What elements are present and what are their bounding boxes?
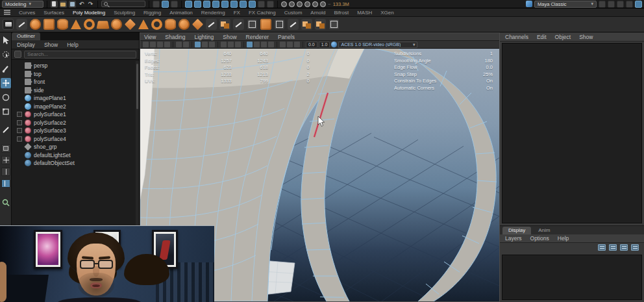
soft-select-icon[interactable] bbox=[249, 1, 256, 8]
highlight-selection-icon[interactable] bbox=[267, 1, 274, 8]
outliner-tab[interactable]: Outliner bbox=[12, 32, 40, 40]
render-icon[interactable] bbox=[281, 1, 287, 7]
outliner-item-polysurface2[interactable]: polySurface2 bbox=[12, 119, 139, 127]
extrude-icon[interactable] bbox=[288, 19, 299, 30]
character-controls-icon[interactable] bbox=[608, 1, 615, 8]
expand-toggle[interactable] bbox=[17, 120, 22, 125]
grid-toggle-icon[interactable] bbox=[280, 42, 286, 47]
channel-box-menu-object[interactable]: Object bbox=[555, 34, 571, 40]
xray-icon[interactable] bbox=[254, 42, 260, 47]
new-empty-layer-icon[interactable] bbox=[609, 244, 617, 251]
shelf-tab-bifrost[interactable]: Bifrost bbox=[334, 10, 349, 16]
outliner-item-persp[interactable]: persp bbox=[12, 62, 139, 70]
four-pane-layout[interactable] bbox=[1, 156, 10, 164]
shelf-tab-arnold[interactable]: Arnold bbox=[310, 10, 325, 16]
snap-curve-icon[interactable] bbox=[194, 1, 201, 8]
attribute-editor-icon[interactable] bbox=[617, 1, 624, 8]
shelf-tab-surfaces[interactable]: Surfaces bbox=[43, 10, 64, 16]
tool-settings-icon[interactable] bbox=[626, 1, 633, 8]
outliner-item-imageplane2[interactable]: imagePlane2 bbox=[12, 103, 139, 111]
2d-pan-zoom-icon[interactable] bbox=[183, 42, 189, 47]
outliner-menu-help[interactable]: Help bbox=[67, 42, 78, 48]
selection-filter-field[interactable] bbox=[101, 1, 145, 7]
channel-box-menu-edit[interactable]: Edit bbox=[537, 34, 547, 40]
shelf-editor-icon[interactable] bbox=[3, 19, 14, 30]
target-weld-icon[interactable] bbox=[247, 19, 258, 30]
use-all-lights-icon[interactable] bbox=[221, 42, 227, 47]
shelf-tab-curves[interactable]: Curves bbox=[19, 10, 35, 16]
outliner-menu-display[interactable]: Display bbox=[17, 42, 35, 48]
select-component-icon[interactable] bbox=[171, 1, 178, 8]
outliner-persp-layout[interactable] bbox=[1, 179, 10, 188]
render-view-icon[interactable] bbox=[312, 1, 318, 7]
new-layer-from-selected-icon[interactable] bbox=[620, 244, 628, 251]
new-scene-icon[interactable] bbox=[51, 1, 58, 8]
two-pane-layout[interactable] bbox=[1, 168, 10, 176]
snap-point-icon[interactable] bbox=[203, 1, 210, 8]
poly-disc-icon[interactable] bbox=[111, 19, 122, 30]
scale-tool[interactable] bbox=[1, 107, 11, 117]
poly-cube-icon[interactable] bbox=[43, 19, 55, 30]
select-hierarchy-icon[interactable] bbox=[153, 1, 160, 8]
bridge-icon[interactable] bbox=[274, 19, 285, 30]
construction-history-icon[interactable] bbox=[258, 1, 265, 8]
lock-camera-icon[interactable] bbox=[150, 42, 156, 47]
select-tool[interactable] bbox=[1, 35, 11, 45]
outliner-item-group[interactable]: shoe_grp bbox=[12, 143, 139, 151]
wireframe-icon[interactable] bbox=[195, 42, 201, 47]
film-gate-icon[interactable] bbox=[287, 42, 293, 47]
resolution-gate-icon[interactable] bbox=[294, 42, 300, 47]
hypershade-icon[interactable] bbox=[304, 1, 310, 7]
outliner-search-input[interactable] bbox=[24, 51, 136, 58]
layer-menu-help[interactable]: Help bbox=[558, 235, 569, 242]
gamma-field[interactable]: 1.0 bbox=[319, 42, 330, 48]
exposure-field[interactable]: 0.0 bbox=[306, 42, 317, 48]
shelf-tab-rigging[interactable]: Rigging bbox=[143, 10, 161, 16]
outliner-item-side[interactable]: side bbox=[12, 86, 139, 95]
select-camera-icon[interactable] bbox=[143, 42, 149, 47]
bevel-icon[interactable] bbox=[260, 19, 271, 30]
quad-draw-icon[interactable] bbox=[16, 19, 27, 30]
poly-pyramid-icon[interactable] bbox=[138, 19, 149, 29]
new-anim-layer-icon[interactable] bbox=[631, 244, 639, 251]
poly-cylinder-icon[interactable] bbox=[57, 19, 68, 30]
expand-toggle[interactable] bbox=[17, 128, 22, 133]
make-live-icon[interactable] bbox=[230, 1, 238, 8]
modeling-toolkit-icon[interactable] bbox=[599, 1, 606, 8]
wireframe-on-shaded-icon[interactable] bbox=[247, 42, 253, 47]
zoom-tool-icon[interactable] bbox=[1, 197, 11, 208]
outliner-item-polysurface4[interactable]: polySurface4 bbox=[12, 135, 139, 144]
sculpt-brush-icon[interactable] bbox=[206, 19, 217, 30]
isolate-select-icon[interactable] bbox=[268, 42, 274, 47]
layer-tab-anim[interactable]: Anim bbox=[532, 227, 556, 234]
light-editor-icon[interactable] bbox=[320, 1, 326, 7]
outliner-item-defaultlightset[interactable]: defaultLightSet bbox=[12, 151, 139, 160]
paint-select-tool[interactable] bbox=[1, 64, 11, 74]
layer-list[interactable] bbox=[502, 255, 642, 300]
ipr-render-icon[interactable] bbox=[289, 1, 295, 7]
shaded-icon[interactable] bbox=[202, 42, 208, 47]
layer-menu-layers[interactable]: Layers bbox=[505, 235, 522, 242]
shelf-tab-fx-caching[interactable]: FX Caching bbox=[249, 10, 276, 16]
single-pane-layout[interactable] bbox=[1, 144, 10, 153]
panel-menu-shading[interactable]: Shading bbox=[165, 34, 185, 40]
poly-gear-icon[interactable] bbox=[179, 19, 190, 30]
boolean-union-icon[interactable] bbox=[219, 19, 230, 30]
menu-set-dropdown[interactable]: Modeling ▾ bbox=[2, 1, 43, 8]
redo-icon[interactable]: ↷ bbox=[87, 1, 94, 8]
shelf-tab-sculpting[interactable]: Sculpting bbox=[114, 10, 135, 16]
last-tool[interactable] bbox=[1, 125, 11, 135]
outliner-item-imageplane1[interactable]: imagePlane1 bbox=[12, 94, 139, 103]
outliner-item-polysurface3[interactable]: polySurface3 bbox=[12, 127, 139, 135]
workspace-dropdown[interactable]: Maya Classic ▾ bbox=[534, 1, 597, 8]
screen-space-ao-icon[interactable] bbox=[235, 42, 241, 47]
snap-grid-icon[interactable] bbox=[185, 1, 192, 8]
open-scene-icon[interactable] bbox=[60, 1, 67, 8]
shelf-menu-icon[interactable] bbox=[4, 10, 10, 15]
poly-platonic-icon[interactable] bbox=[125, 19, 136, 30]
panel-menu-view[interactable]: View bbox=[144, 34, 156, 40]
snap-view-plane-icon[interactable] bbox=[221, 1, 229, 8]
outliner-item-front[interactable]: front bbox=[12, 78, 139, 86]
select-object-icon[interactable] bbox=[162, 1, 169, 8]
outliner-item-top[interactable]: top bbox=[12, 70, 139, 79]
